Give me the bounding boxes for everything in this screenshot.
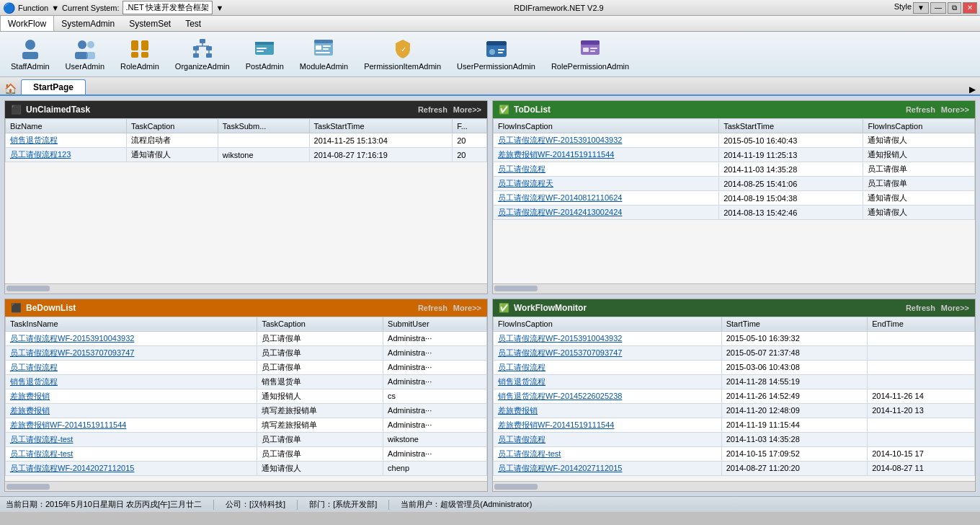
- rolepermissionadmin-button[interactable]: RolePermissionAdmin: [546, 35, 634, 74]
- home-icon[interactable]: 🏠: [0, 83, 21, 94]
- cell-flowins-monitor[interactable]: 销售退货流程WF-20145226025238: [494, 389, 722, 403]
- roleadmin-button[interactable]: RoleAdmin: [115, 35, 164, 74]
- cell-flowins-monitor[interactable]: 员工请假流程WF-20153910043932: [494, 331, 722, 345]
- table-row[interactable]: 员工请假流程WF-20153910043932 员工请假单 Administra…: [6, 331, 487, 345]
- todo-more[interactable]: More>>: [941, 105, 969, 114]
- useradmin-button[interactable]: UserAdmin: [61, 35, 110, 74]
- table-row[interactable]: 销售退货流程 流程启动者 2014-11-25 15:13:04 20: [6, 133, 487, 148]
- monitor-more[interactable]: More>>: [941, 304, 969, 312]
- tab-startpage[interactable]: StartPage: [21, 79, 86, 94]
- cell-taskinsname[interactable]: 差旅费报销: [6, 389, 257, 403]
- table-row[interactable]: 员工请假流程-test 2014-10-15 17:09:52 2014-10-…: [494, 446, 975, 461]
- cell-taskinsname[interactable]: 员工请假流程: [6, 360, 257, 374]
- cell-flowins-monitor[interactable]: 员工请假流程: [494, 432, 722, 446]
- table-row[interactable]: 销售退货流程 2014-11-28 14:55:19: [494, 374, 975, 389]
- table-row[interactable]: 员工请假流程天 2014-08-25 15:41:06 员工请假单: [494, 177, 975, 191]
- monitor-refresh[interactable]: Refresh: [906, 304, 935, 312]
- table-row[interactable]: 员工请假流程 2014-11-03 14:35:28 员工请假单: [494, 162, 975, 177]
- cell-flowins[interactable]: 员工请假流程WF-20140812110624: [494, 191, 719, 206]
- cell-taskcaption: 填写差旅报销单: [257, 403, 383, 418]
- style-button[interactable]: ▼: [913, 2, 929, 14]
- cell-flowins-monitor[interactable]: 员工请假流程WF-20142027112015: [494, 461, 722, 475]
- minimize-button[interactable]: —: [930, 2, 946, 14]
- table-row[interactable]: 员工请假流程-test 员工请假单 Administra···: [6, 446, 487, 461]
- unclaimed-task-table-container[interactable]: BizName TaskCaption TaskSubm... TaskStar…: [5, 118, 487, 283]
- table-row[interactable]: 员工请假流程 员工请假单 Administra···: [6, 360, 487, 374]
- table-row[interactable]: 员工请假流程WF-20153910043932 2015-05-10 16:40…: [494, 133, 975, 148]
- table-row[interactable]: 员工请假流程WF-20142027112015 2014-08-27 11:20…: [494, 461, 975, 475]
- table-row[interactable]: 员工请假流程WF-20140812110624 2014-08-19 15:04…: [494, 191, 975, 206]
- col-taskinsname: TaskInsName: [6, 317, 257, 331]
- workflow-monitor-table-container[interactable]: FlowInsCaption StartTime EndTime 员工请假流程W…: [493, 317, 975, 482]
- cell-bizname[interactable]: 员工请假流程123: [6, 148, 127, 162]
- table-row[interactable]: 员工请假流程WF-20153707093747 员工请假单 Administra…: [6, 345, 487, 360]
- table-row[interactable]: 员工请假流程123 通知请假人 wikstone 2014-08-27 17:1…: [6, 148, 487, 162]
- cell-flowins[interactable]: 员工请假流程WF-20142413002424: [494, 206, 719, 220]
- table-row[interactable]: 差旅费报销WF-20141519111544 填写差旅报销单 Administr…: [6, 418, 487, 432]
- cell-taskinsname[interactable]: 员工请假流程-test: [6, 446, 257, 461]
- menu-systemadmin[interactable]: SystemAdmin: [54, 16, 122, 31]
- table-row[interactable]: 员工请假流程WF-20153707093747 2015-05-07 21:37…: [494, 345, 975, 360]
- menu-workflow[interactable]: WorkFlow: [0, 16, 54, 31]
- cell-flowins[interactable]: 员工请假流程天: [494, 177, 719, 191]
- title-bar-controls: Style ▼ — ⧉ ✕: [894, 2, 977, 14]
- table-row[interactable]: 差旅费报销 通知报销人 cs: [6, 389, 487, 403]
- table-row[interactable]: 销售退货流程WF-20145226025238 2014-11-26 14:52…: [494, 389, 975, 403]
- table-row[interactable]: 差旅费报销 填写差旅报销单 Administra···: [6, 403, 487, 418]
- todo-list-table-container[interactable]: FlowInsCaption TaskStartTime FlowInsCapt…: [493, 118, 975, 283]
- table-row[interactable]: 差旅费报销WF-20141519111544 2014-11-19 11:25:…: [494, 148, 975, 162]
- staffadmin-button[interactable]: StaffAdmin: [6, 35, 55, 74]
- unclaimed-refresh[interactable]: Refresh: [418, 105, 447, 114]
- restore-button[interactable]: ⧉: [948, 2, 961, 14]
- cell-flowins-monitor[interactable]: 员工请假流程: [494, 360, 722, 374]
- table-row[interactable]: 员工请假流程WF-20153910043932 2015-05-10 16:39…: [494, 331, 975, 345]
- todo-refresh[interactable]: Refresh: [906, 105, 935, 114]
- table-row[interactable]: 销售退货流程 销售退货单 Administra···: [6, 374, 487, 389]
- table-row[interactable]: 差旅费报销 2014-11-20 12:48:09 2014-11-20 13: [494, 403, 975, 418]
- unclaimed-scrollbar[interactable]: [5, 283, 487, 294]
- cell-bizname[interactable]: 销售退货流程: [6, 133, 127, 148]
- cell-taskinsname[interactable]: 员工请假流程WF-20153910043932: [6, 331, 257, 345]
- menu-test[interactable]: Test: [178, 16, 208, 31]
- cell-flowins-monitor[interactable]: 销售退货流程: [494, 374, 722, 389]
- cell-taskinsname[interactable]: 员工请假流程WF-20153707093747: [6, 345, 257, 360]
- menu-systemset[interactable]: SystemSet: [122, 16, 178, 31]
- cell-flowins[interactable]: 员工请假流程WF-20153910043932: [494, 133, 719, 148]
- bedown-refresh[interactable]: Refresh: [418, 304, 447, 312]
- cell-taskinsname[interactable]: 员工请假流程WF-20142027112015: [6, 461, 257, 475]
- cell-taskinsname[interactable]: 差旅费报销WF-20141519111544: [6, 418, 257, 432]
- function-menu[interactable]: Function: [18, 4, 48, 12]
- table-row[interactable]: 员工请假流程 2015-03-06 10:43:08: [494, 360, 975, 374]
- cell-flowins[interactable]: 员工请假流程: [494, 162, 719, 177]
- bedown-list-table-container[interactable]: TaskInsName TaskCaption SubmitUser 员工请假流…: [5, 317, 487, 482]
- cell-taskinsname[interactable]: 差旅费报销: [6, 403, 257, 418]
- startpage-arrow[interactable]: ▶: [969, 84, 980, 94]
- postadmin-button[interactable]: PostAdmin: [241, 35, 289, 74]
- table-row[interactable]: 员工请假流程-test 员工请假单 wikstone: [6, 432, 487, 446]
- col-taskcaption: TaskCaption: [126, 119, 218, 133]
- cell-flowins[interactable]: 差旅费报销WF-20141519111544: [494, 148, 719, 162]
- cell-flowins-monitor[interactable]: 差旅费报销WF-20141519111544: [494, 418, 722, 432]
- cell-taskinsname[interactable]: 员工请假流程-test: [6, 432, 257, 446]
- organizeadmin-button[interactable]: OrganizeAdmin: [170, 35, 235, 74]
- userpermissionadmin-button[interactable]: UserPermissionAdmin: [452, 35, 540, 74]
- todo-scrollbar[interactable]: [493, 283, 975, 294]
- useradmin-label: UserAdmin: [66, 62, 104, 71]
- system-name-dropdown[interactable]: .NET 快速开发整合框架: [122, 1, 213, 14]
- table-row[interactable]: 员工请假流程 2014-11-03 14:35:28: [494, 432, 975, 446]
- cell-flowins-monitor[interactable]: 员工请假流程WF-20153707093747: [494, 345, 722, 360]
- moduleadmin-button[interactable]: ModuleAdmin: [295, 35, 353, 74]
- permissionitemadmin-button[interactable]: ✓ PermissionItemAdmin: [359, 35, 446, 74]
- close-button[interactable]: ✕: [963, 2, 977, 14]
- cell-taskinsname[interactable]: 销售退货流程: [6, 374, 257, 389]
- workflow-monitor-body: FlowInsCaption StartTime EndTime 员工请假流程W…: [493, 317, 975, 492]
- monitor-scrollbar[interactable]: [493, 481, 975, 491]
- bedown-scrollbar[interactable]: [5, 481, 487, 491]
- table-row[interactable]: 员工请假流程WF-20142413002424 2014-08-13 15:42…: [494, 206, 975, 220]
- cell-flowins-monitor[interactable]: 员工请假流程-test: [494, 446, 722, 461]
- table-row[interactable]: 员工请假流程WF-20142027112015 通知请假人 chenp: [6, 461, 487, 475]
- bedown-more[interactable]: More>>: [453, 304, 481, 312]
- cell-flowins-monitor[interactable]: 差旅费报销: [494, 403, 722, 418]
- table-row[interactable]: 差旅费报销WF-20141519111544 2014-11-19 11:15:…: [494, 418, 975, 432]
- unclaimed-more[interactable]: More>>: [453, 105, 481, 114]
